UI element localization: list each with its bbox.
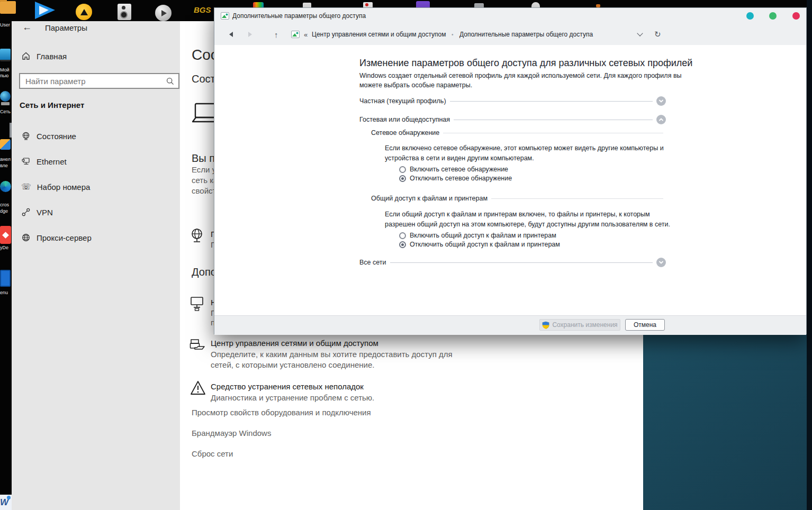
item-title[interactable]: Центр управления сетями и общим доступом [211,339,378,348]
refresh-icon[interactable]: ↻ [654,24,661,45]
link-network-reset[interactable]: Сброс сети [192,449,233,458]
breadcrumb-separator: • [452,24,454,45]
status-globe-icon [21,131,31,141]
anydesk-icon[interactable] [0,226,11,244]
radio-label: Отключить общий доступ к файлам и принте… [410,241,560,248]
ethernet-icon [21,157,31,166]
radio-label: Отключить сетевое обнаружение [410,175,512,182]
network-icon[interactable] [0,91,11,102]
dialog-titlebar: Дополнительные параметры общего доступа [214,8,806,24]
radio-icon[interactable] [399,232,406,239]
collapse-guest-button[interactable] [656,115,666,124]
radio-icon-selected[interactable] [399,241,406,248]
sidebar-item-home[interactable]: Главная [21,50,67,62]
back-arrow-icon[interactable]: ← [22,22,32,33]
aimp-icon[interactable] [76,4,92,20]
sidebar-section-header: Сеть и Интернет [20,101,84,110]
desktop-icon-fragment [303,3,311,7]
link-windows-firewall[interactable]: Брандмауэр Windows [192,429,271,438]
dialog-body: Изменение параметров общего доступа для … [214,45,806,315]
desktop-label: анел [0,157,12,162]
desktop-icon-fragment [365,3,368,6]
nav-up-icon[interactable]: ↑ [274,24,278,45]
dialog-footer: Сохранить изменения Отмена [214,315,806,335]
settings-title: Параметры [45,23,87,32]
sidebar-item-status[interactable]: Состояние [21,130,76,142]
sidebar-item-label: Главная [37,52,67,61]
radio-file-sharing-on[interactable]: Включить общий доступ к файлам и принтер… [399,231,556,240]
desktop-label: cros [0,202,12,207]
link-hardware-properties[interactable]: Просмотр свойств оборудования и подключе… [192,408,371,417]
search-input[interactable] [24,76,166,86]
screen: BGS User Мой пью Сеть анел вле cros dge … [0,0,812,510]
search-icon[interactable] [166,77,174,85]
network-icon-base [1,102,10,105]
dialog-app-icon [221,12,229,20]
speaker-icon[interactable] [118,4,131,20]
sidebar-item-label: Ethernet [37,157,67,166]
nav-forward-icon[interactable] [248,24,252,45]
desktop-icon-fragment [253,2,264,7]
save-changes-button[interactable]: Сохранить изменения [539,319,620,331]
desktop-right-edge [807,0,812,510]
file-sharing-description: Если общий доступ к файлам и принтерам в… [385,210,670,230]
radio-discovery-on[interactable]: Включить сетевое обнаружение [399,165,508,174]
breadcrumb-item-network-center[interactable]: Центр управления сетями и общим доступом [312,24,446,45]
save-button-label: Сохранить изменения [552,321,617,329]
radio-discovery-off[interactable]: Отключить сетевое обнаружение [399,174,512,183]
dialog-title: Дополнительные параметры общего доступа [232,12,366,20]
search-box[interactable] [19,73,179,89]
blue-app-icon[interactable] [0,270,11,287]
desktop-icon-fragment [416,1,430,7]
uac-shield-icon [542,321,549,329]
breadcrumb-guillemet: « [304,24,308,45]
proxy-globe-icon [21,233,31,242]
dialog-intro: Windows создает отдельный сетевой профил… [359,71,682,90]
expand-private-button[interactable] [656,96,666,106]
sidebar-item-ethernet[interactable]: Ethernet [21,156,67,167]
desktop-icon-fragment [531,2,540,7]
radio-icon[interactable] [399,166,406,173]
section-title: Сетевое обнаружение [371,129,439,136]
breadcrumb-app-icon [291,30,300,39]
cancel-button[interactable]: Отмена [625,319,665,331]
breadcrumb-item-advanced-sharing[interactable]: Дополнительные параметры общего доступа [459,24,593,45]
desktop-label: Сеть [0,109,12,114]
sidebar-item-vpn[interactable]: VPN [21,206,53,218]
section-title: Общий доступ к файлам и принтерам [371,195,488,202]
breadcrumb-dropdown-icon[interactable] [638,24,642,45]
nav-back-icon[interactable] [229,24,233,45]
radio-icon-selected[interactable] [399,175,406,182]
player-icon[interactable] [155,5,172,21]
bgs-icon[interactable]: BGS [194,5,211,14]
expand-all-networks-button[interactable] [656,258,666,267]
profile-label: Все сети [359,259,386,266]
item-title[interactable]: Средство устранения сетевых неполадок [211,382,364,391]
word-icon[interactable]: W [0,495,12,510]
section-network-discovery: Сетевое обнаружение [371,128,665,138]
sidebar-item-label: Состояние [37,132,76,141]
discovery-description: Если включено сетевое обнаружение, этот … [385,143,664,163]
control-panel-icon[interactable] [0,139,11,150]
desktop-label: dge [0,208,12,214]
sidebar-item-label: VPN [37,208,53,217]
dialup-phone-icon: ☏ [21,182,31,192]
desktop-label: yDe [0,245,12,250]
my-computer-icon[interactable] [0,49,11,61]
settings-sidebar [12,21,180,510]
blue-play-icon[interactable] [34,1,56,20]
radio-label: Включить общий доступ к файлам и принтер… [410,232,556,239]
radio-file-sharing-off[interactable]: Отключить общий доступ к файлам и принте… [399,240,560,249]
window-dot-teal[interactable] [746,12,754,20]
edge-icon[interactable] [0,181,11,192]
sharing-center-icon [190,339,205,353]
sidebar-item-dialup[interactable]: ☏ Набор номера [21,181,90,193]
window-dot-red[interactable] [792,12,800,20]
profile-label: Гостевая или общедоступная [359,116,450,123]
window-dot-green[interactable] [769,12,777,20]
radio-label: Включить сетевое обнаружение [410,166,508,173]
desktop-label: User [0,22,12,28]
folder-icon[interactable] [0,1,16,14]
sidebar-item-proxy[interactable]: Прокси-сервер [21,232,92,243]
adapter-monitor-icon [190,296,204,311]
